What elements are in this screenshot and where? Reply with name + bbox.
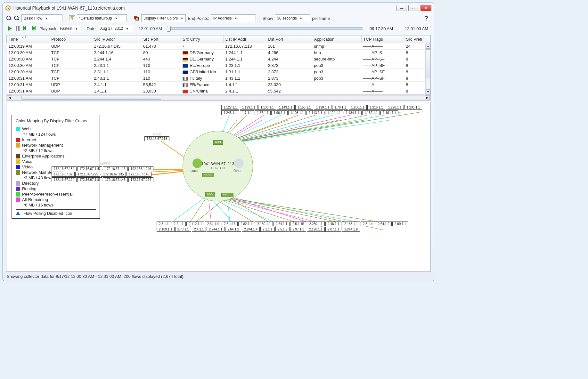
ip-chip[interactable]: 172.16.67.225 (75, 172, 100, 177)
slider-thumb[interactable] (167, 26, 171, 32)
ip-chip[interactable]: 2.4.1.1 (192, 227, 206, 232)
ip-chip[interactable]: 1.134.1.1 (344, 110, 362, 115)
ip-chip[interactable]: 172.16.67.140 (127, 172, 151, 177)
ip-chip[interactable]: 172.16.67.224 (128, 177, 153, 182)
ip-chip[interactable]: 2.89.1.1 (392, 222, 408, 226)
ip-chip[interactable]: 1.143.1.1 (277, 105, 295, 110)
col-time[interactable]: Time▴ 1 (7, 36, 49, 43)
ip-chip[interactable]: 172.16.67.118 (77, 177, 102, 182)
col-dst-ip-addr[interactable]: Dst IP Addr (223, 36, 266, 43)
ip-chip[interactable]: 2.64.1.9 (376, 222, 392, 226)
color-icon[interactable] (134, 15, 139, 21)
ip-chip[interactable]: 2.198.1.1 (307, 227, 325, 232)
local-ip-chip[interactable]: 172.16.67.113 (144, 136, 169, 141)
col-src-ip-addr[interactable]: Src IP Addr (92, 36, 141, 43)
topology-canvas[interactable]: Color Mapping By Display Filter Colors W… (6, 102, 431, 272)
ip-chip[interactable]: 1.152.1.1 (362, 110, 380, 115)
scroll-right-icon[interactable]: ▶ (425, 95, 430, 100)
ip-chip[interactable]: 2.3.1.1 (157, 222, 171, 226)
ip-chip[interactable]: 2.250.1.1 (307, 222, 325, 226)
ip-chip[interactable]: 1.113.1.1 (306, 110, 324, 115)
table-row[interactable]: 12:00:30 AMTCP2.31.1.1110GB/United Kin…1… (7, 69, 430, 75)
ip-chip[interactable]: 2.5.1.4 (361, 222, 375, 226)
step-back-button[interactable] (22, 25, 29, 32)
col-src-cntry[interactable]: Src Cntry (181, 36, 223, 43)
ip-chip[interactable]: 2.244.1.1 (207, 227, 225, 232)
table-row[interactable]: 12:00:31 AMUDP2.4.1.155,542FR/France1.4.… (7, 82, 430, 88)
ip-chip[interactable]: 1.87.1.1 (255, 110, 271, 115)
ip-chip[interactable]: 2.5.1.16 (222, 222, 238, 226)
display-filter-dropdown[interactable]: Display Filter Colors▼ (141, 14, 186, 22)
ip-chip[interactable]: 2.112.1.1 (186, 222, 204, 226)
port-fa010[interactable]: Fa0/1/0 (202, 173, 214, 177)
scroll-up-icon[interactable]: ▲ (426, 44, 430, 49)
vertical-scrollbar[interactable]: ▲ ▼ (425, 44, 430, 94)
ip-chip[interactable]: 1.198.1.1 (314, 105, 332, 110)
flow-type-dropdown[interactable]: Basic Flow▼ (21, 14, 62, 22)
scroll-thumb-h[interactable] (21, 96, 161, 100)
ip-chip[interactable]: 1.161.1.1 (380, 110, 398, 115)
ip-chip[interactable]: 2.87.1.1 (325, 227, 341, 232)
ip-chip[interactable]: 1.103.1.1 (288, 110, 306, 115)
ip-chip[interactable]: 2.189.1.1 (157, 227, 175, 232)
scroll-thumb[interactable] (426, 49, 430, 78)
show-dropdown[interactable]: 30 seconds▼ (275, 14, 310, 22)
ip-chip[interactable]: 2.5.1.9 (275, 227, 290, 232)
filter-group-dropdown[interactable]: *DefaultFilterGroup▼ (77, 14, 127, 22)
close-button[interactable]: ✕ (421, 5, 431, 11)
zoom-out-icon[interactable] (14, 15, 20, 21)
table-row[interactable]: 12:00:31 AMTCP2.43.1.1110IT/Italy1.43.1.… (7, 75, 430, 82)
ip-chip[interactable]: 172.16.67.32 (52, 172, 75, 177)
ip-chip[interactable]: 2.180.1.1 (255, 222, 273, 226)
scroll-down-icon[interactable]: ▼ (426, 89, 430, 94)
table-row[interactable]: 12:00:30 AMTCP2.244.1.4443DE/Germany1.24… (7, 56, 430, 62)
playback-speed-dropdown[interactable]: Fastest▼ (58, 25, 81, 32)
port-gi01[interactable]: Gi0/1 (213, 140, 223, 145)
ip-chip[interactable]: 2.46.1.1 (325, 222, 341, 226)
ip-chip[interactable]: 1.245.1.1 (221, 110, 239, 115)
minimize-button[interactable]: — (396, 5, 407, 11)
ip-chip[interactable]: 2.64.1.1 (274, 222, 290, 226)
ip-chip[interactable]: 2.64.1.4 (205, 222, 221, 226)
ip-chip[interactable]: 172.16.67.124 (52, 177, 77, 182)
ip-chip[interactable]: 2.82.1.1 (238, 222, 254, 226)
ip-chip[interactable]: 172.16.67.115 (77, 166, 102, 171)
step-forward-button[interactable] (30, 25, 36, 32)
ip-chip[interactable]: 172.16.67.145 (103, 177, 128, 182)
ip-chip[interactable]: 1.226.1.1 (386, 105, 404, 110)
ip-chip[interactable]: 1.215.1.1 (367, 105, 385, 110)
ip-chip[interactable]: 2.244.1.4 (242, 227, 260, 232)
ip-chip[interactable]: 2.185.1.1 (342, 222, 360, 226)
ip-chip[interactable]: 1.235.1.1 (404, 105, 422, 110)
ip-chip[interactable]: 2.97.1.1 (290, 227, 306, 232)
ip-chip[interactable]: 1.138.1.1 (258, 105, 276, 110)
ip-chip[interactable]: 1.78.1.1 (332, 105, 348, 110)
filter-icon[interactable] (69, 15, 75, 21)
ip-chip[interactable]: 1.96.1.1 (271, 110, 287, 115)
ip-chip[interactable]: 172.16.67.116 (103, 166, 128, 171)
col-application[interactable]: Application (312, 36, 361, 43)
ip-chip[interactable]: 2.2.1.1 (172, 222, 186, 226)
maximize-button[interactable]: ▭ (408, 5, 419, 11)
ip-chip[interactable]: 172.16.67.154 (52, 166, 77, 171)
col-protocol[interactable]: Protocol (49, 36, 92, 43)
ip-chip[interactable]: 1.7.1.1 (240, 110, 254, 115)
col-src-port[interactable]: Src Port (141, 36, 181, 43)
ip-chip[interactable]: 1.129.1.1 (240, 105, 258, 110)
col-tcp-flags[interactable]: TCP Flags (361, 36, 404, 43)
table-row[interactable]: 12:00:31 AMUDP1.4.1.123,030CN/China2.4.1… (7, 88, 430, 94)
port-fa011[interactable]: Fa0/1/1 (221, 193, 233, 197)
table-row[interactable]: 12:00:30 AMTCP2.23.1.1110EU/Europe1.23.1… (7, 62, 430, 69)
zoom-in-icon[interactable] (6, 15, 12, 21)
horizontal-scrollbar[interactable]: ◀ ▶ (6, 94, 430, 100)
pause-button[interactable] (14, 25, 21, 32)
table-row[interactable]: 12:00:30 AMTCP2.244.1.1680DE/Germany1.24… (7, 50, 430, 56)
date-dropdown[interactable]: Aug 17, 2012▼ (98, 25, 133, 32)
ip-chip[interactable]: 2.1.1.1 (260, 227, 275, 232)
port-gi00[interactable]: Gi0/0 (205, 192, 215, 197)
ip-chip[interactable]: 2.5.1.15 (290, 222, 306, 226)
ip-chip[interactable]: 2.78.1.1 (175, 227, 191, 232)
endpoints-dropdown[interactable]: IP Address▼ (211, 14, 256, 22)
col-src-prefi[interactable]: Src Prefi (404, 36, 430, 43)
ip-chip[interactable]: 1.206.1.1 (349, 105, 367, 110)
